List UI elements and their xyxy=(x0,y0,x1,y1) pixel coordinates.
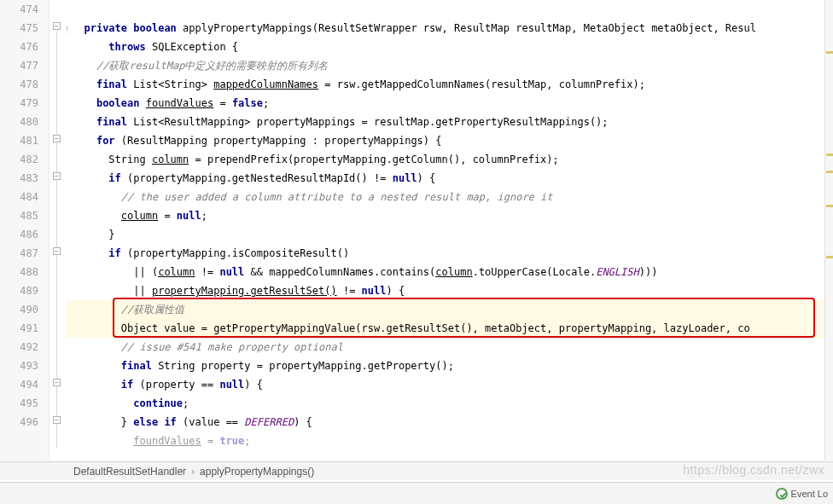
breadcrumbs: DefaultResultSetHandler › applyPropertyM… xyxy=(0,461,833,480)
code-line[interactable]: final String property = propertyMapping.… xyxy=(67,356,833,375)
code-line[interactable]: || propertyMapping.getResultSet() != nul… xyxy=(67,281,833,300)
code-line[interactable]: } xyxy=(67,225,833,244)
check-circle-icon[interactable] xyxy=(776,488,788,500)
line-number[interactable]: 487 xyxy=(0,244,49,263)
line-number[interactable]: 476 xyxy=(0,38,49,56)
code-line[interactable]: throws SQLException { xyxy=(67,38,833,56)
warning-marker[interactable] xyxy=(826,51,833,54)
code-line[interactable]: String column = prependPrefix(propertyMa… xyxy=(67,150,833,169)
line-number[interactable]: 491 xyxy=(0,319,49,338)
code-line[interactable]: boolean foundValues = false; xyxy=(67,94,833,113)
code-line[interactable]: continue; xyxy=(67,394,833,413)
line-number[interactable]: 489 xyxy=(0,281,49,300)
fold-column: − − − − − − xyxy=(50,0,67,461)
line-number[interactable]: 485 xyxy=(0,206,49,225)
code-line[interactable]: } else if (value == DEFERRED) { xyxy=(67,413,833,432)
code-line[interactable]: // the user added a column attribute to … xyxy=(67,188,833,206)
line-number[interactable]: 477 xyxy=(0,56,49,75)
code-line[interactable]: || (column != null && mappedColumnNames.… xyxy=(67,263,833,281)
line-number[interactable]: 483 xyxy=(0,169,49,188)
fold-toggle-icon[interactable]: − xyxy=(53,379,61,386)
gutter: 474 475@ 476 477 478 479 480 481 482 483… xyxy=(0,0,50,461)
code-line[interactable]: 💡 //获取属性值 xyxy=(67,300,833,319)
error-stripe[interactable] xyxy=(824,0,833,461)
line-number[interactable]: 481 xyxy=(0,131,49,150)
line-number[interactable]: 480 xyxy=(0,113,49,131)
breadcrumb-class[interactable]: DefaultResultSetHandler xyxy=(68,466,191,478)
line-number[interactable]: 478 xyxy=(0,75,49,94)
code-line[interactable]: foundValues = true; xyxy=(67,432,833,450)
fold-toggle-icon[interactable]: − xyxy=(53,22,61,30)
fold-toggle-icon[interactable]: − xyxy=(53,135,61,142)
line-number[interactable]: 484 xyxy=(0,188,49,206)
warning-marker[interactable] xyxy=(826,205,833,207)
fold-toggle-icon[interactable]: − xyxy=(53,172,61,180)
fold-toggle-icon[interactable]: − xyxy=(53,416,61,424)
code-line[interactable]: if (property == null) { xyxy=(67,375,833,394)
code-line[interactable]: if (propertyMapping.isCompositeResult() xyxy=(67,244,833,263)
line-number[interactable]: 494 xyxy=(0,375,49,394)
breadcrumb-method[interactable]: applyPropertyMappings() xyxy=(195,466,319,478)
warning-marker[interactable] xyxy=(826,154,833,156)
code-line[interactable]: final List<ResultMapping> propertyMappin… xyxy=(67,113,833,131)
line-number[interactable]: 493 xyxy=(0,356,49,375)
code-line[interactable]: //获取resultMap中定义好的需要映射的所有列名 xyxy=(67,56,833,75)
line-number[interactable]: 479 xyxy=(0,94,49,113)
line-number[interactable]: 490 xyxy=(0,300,49,319)
warning-marker[interactable] xyxy=(826,256,833,258)
code-line[interactable]: for (ResultMapping propertyMapping : pro… xyxy=(67,131,833,150)
code-line[interactable]: final List<String> mappedColumnNames = r… xyxy=(67,75,833,94)
code-line[interactable]: Object value = getPropertyMappingValue(r… xyxy=(67,319,833,338)
line-number[interactable]: 486 xyxy=(0,225,49,244)
line-number[interactable]: 488 xyxy=(0,263,49,281)
code-line[interactable]: // issue #541 make property optional xyxy=(67,338,833,356)
code-line[interactable]: if (propertyMapping.getNestedResultMapId… xyxy=(67,169,833,188)
status-bar: Event Lo xyxy=(0,482,833,504)
line-number[interactable]: 482 xyxy=(0,150,49,169)
line-number[interactable]: 492 xyxy=(0,338,49,356)
event-log-button[interactable]: Event Lo xyxy=(791,489,828,499)
code-area[interactable]: private boolean applyPropertyMappings(Re… xyxy=(67,0,833,461)
line-number[interactable]: 474 xyxy=(0,0,49,19)
code-line[interactable]: column = null; xyxy=(67,206,833,225)
line-number[interactable]: 475@ xyxy=(0,19,49,38)
line-number[interactable]: 495 xyxy=(0,394,49,413)
line-number[interactable]: 496 xyxy=(0,413,49,432)
line-number[interactable] xyxy=(0,432,49,450)
code-line[interactable]: private boolean applyPropertyMappings(Re… xyxy=(67,19,833,38)
fold-toggle-icon[interactable]: − xyxy=(53,247,61,255)
code-line[interactable] xyxy=(67,0,833,19)
code-editor: 474 475@ 476 477 478 479 480 481 482 483… xyxy=(0,0,833,461)
warning-marker[interactable] xyxy=(826,171,833,173)
